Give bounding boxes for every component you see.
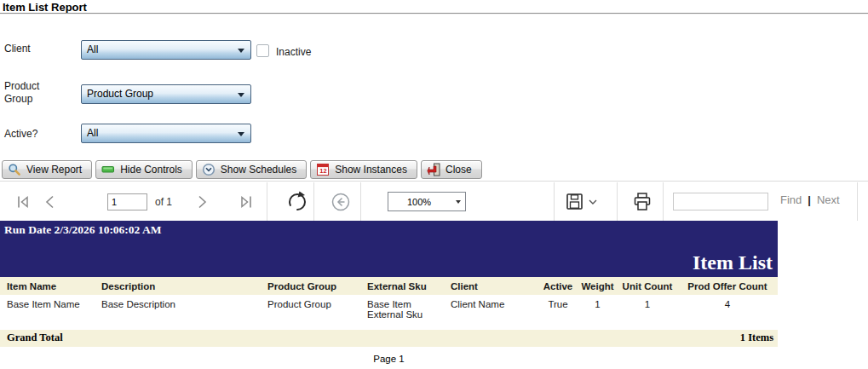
column-header: External Sku	[365, 277, 449, 295]
page-count-label: of 1	[155, 196, 172, 208]
page-footer: Page 1	[0, 354, 778, 364]
chevron-down-icon	[238, 132, 244, 136]
chevron-down-icon	[238, 49, 244, 53]
toolbar-separator	[360, 182, 361, 221]
export-button[interactable]	[566, 182, 598, 222]
clock-icon	[202, 163, 216, 176]
window-bar-icon	[101, 163, 115, 176]
product-group-dropdown-value: Product Group	[87, 88, 153, 100]
grand-total-label: Grand Total	[7, 332, 63, 344]
client-label: Client	[4, 43, 31, 55]
product-group-label: Product Group	[4, 80, 54, 106]
toolbar-separator	[313, 182, 314, 221]
toolbar-separator	[617, 182, 618, 221]
refresh-button[interactable]	[286, 182, 308, 222]
inactive-label: Inactive	[276, 46, 311, 58]
next-page-button[interactable]	[194, 182, 210, 222]
previous-page-button[interactable]	[43, 182, 58, 222]
column-header: Active	[538, 277, 578, 295]
zoom-level-value: 100%	[388, 197, 450, 207]
back-arrow-icon	[331, 192, 351, 212]
prod-offer-count-cell: 4	[677, 295, 778, 330]
report-viewer-toolbar: of 1 100% Find |	[0, 181, 868, 221]
toolbar-separator	[267, 182, 267, 221]
chevron-left-icon	[43, 193, 58, 210]
svg-text:12: 12	[320, 167, 327, 175]
close-label: Close	[445, 164, 472, 176]
chevron-down-icon	[238, 93, 244, 97]
exit-door-icon	[427, 163, 440, 176]
back-to-parent-button[interactable]	[331, 182, 351, 222]
save-icon	[566, 193, 583, 210]
find-link[interactable]: Find	[780, 193, 802, 206]
first-page-icon	[15, 193, 32, 210]
next-link[interactable]: Next	[817, 193, 840, 206]
first-page-button[interactable]	[15, 182, 32, 222]
find-text-input[interactable]	[673, 193, 768, 210]
app-window: Item List Report Client All Inactive Pro…	[0, 0, 868, 369]
active-label: Active?	[4, 128, 37, 140]
action-button-bar: View Report Hide Controls Show Schedules…	[2, 160, 482, 179]
title-divider	[0, 13, 868, 14]
inactive-checkbox[interactable]	[256, 44, 269, 57]
last-page-icon	[237, 193, 254, 210]
active-cell: True	[538, 295, 578, 330]
page-title: Item List Report	[3, 1, 87, 14]
toolbar-separator	[663, 182, 664, 221]
client-dropdown[interactable]: All	[81, 40, 251, 60]
column-header: Weight	[578, 277, 618, 295]
client-cell: Client Name	[449, 295, 538, 330]
external-sku-cell: Base Item External Sku	[365, 295, 449, 330]
toolbar-separator	[857, 182, 858, 221]
toolbar-separator	[554, 182, 555, 221]
last-page-button[interactable]	[237, 182, 254, 222]
product-group-dropdown[interactable]: Product Group	[81, 84, 251, 104]
column-header: Item Name	[0, 277, 100, 295]
report-title: Item List	[693, 251, 773, 274]
product-group-cell: Product Group	[266, 295, 365, 330]
report-header-band: Run Date 2/3/2026 10:06:02 AM Item List	[0, 221, 778, 277]
show-instances-button[interactable]: 12 Show Instances	[310, 160, 417, 179]
report-table: Item Name Description Product Group Exte…	[0, 277, 778, 330]
view-report-label: View Report	[26, 164, 82, 176]
grand-total-row: Grand Total 1 Items	[0, 330, 778, 347]
grand-total-value: 1 Items	[740, 332, 773, 344]
zoom-dropdown[interactable]: 100%	[388, 192, 466, 211]
refresh-icon	[286, 191, 308, 213]
hide-controls-label: Hide Controls	[120, 164, 182, 176]
show-schedules-label: Show Schedules	[221, 164, 296, 176]
report-page: Run Date 2/3/2026 10:06:02 AM Item List …	[0, 221, 778, 364]
column-header: Prod Offer Count	[677, 277, 778, 295]
weight-cell: 1	[578, 295, 618, 330]
chevron-down-icon	[588, 198, 598, 206]
close-button[interactable]: Close	[421, 160, 482, 179]
show-instances-label: Show Instances	[335, 164, 407, 176]
chevron-down-icon	[456, 200, 461, 204]
find-next-divider: |	[808, 193, 811, 206]
find-next-controls: Find | Next	[780, 193, 840, 206]
run-date-label: Run Date 2/3/2026 10:06:02 AM	[4, 223, 162, 237]
calendar-icon: 12	[316, 163, 330, 176]
active-dropdown-value: All	[87, 127, 98, 139]
column-header: Description	[100, 277, 266, 295]
printer-icon	[632, 192, 652, 212]
active-dropdown[interactable]: All	[81, 124, 251, 143]
item-name-cell: Base Item Name	[0, 295, 100, 330]
table-header-row: Item Name Description Product Group Exte…	[0, 277, 778, 295]
unit-count-cell: 1	[618, 295, 677, 330]
print-button[interactable]	[632, 182, 652, 222]
column-header: Client	[449, 277, 538, 295]
page-number-input[interactable]	[107, 193, 147, 210]
show-schedules-button[interactable]: Show Schedules	[196, 160, 307, 179]
table-row: Base Item Name Base Description Product …	[0, 295, 778, 330]
column-header: Unit Count	[618, 277, 677, 295]
column-header: Product Group	[266, 277, 365, 295]
view-report-button[interactable]: View Report	[2, 160, 92, 179]
client-dropdown-value: All	[87, 43, 98, 55]
description-cell: Base Description	[100, 295, 266, 330]
magnifier-icon	[8, 163, 21, 176]
chevron-right-icon	[194, 193, 210, 210]
hide-controls-button[interactable]: Hide Controls	[95, 160, 193, 179]
